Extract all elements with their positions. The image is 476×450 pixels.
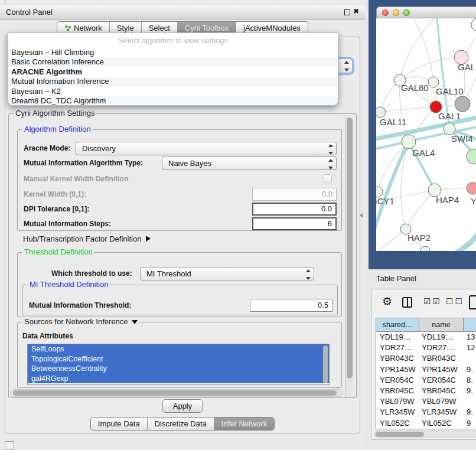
network-window-titlebar[interactable]	[376, 6, 476, 18]
table-horizontal-scrollbar[interactable]	[374, 431, 476, 438]
deselect-all-checks-icon[interactable]: ☐☐	[446, 296, 464, 306]
settings-vertical-scrollbar[interactable]	[345, 115, 353, 397]
document-icon[interactable]	[469, 295, 476, 309]
mi-steps-field[interactable]: 6	[252, 217, 337, 230]
settings-horizontal-scrollbar[interactable]	[10, 389, 343, 397]
table-row[interactable]: YBL079WYBL079W	[376, 396, 476, 407]
table-cell[interactable]: 12	[464, 343, 476, 353]
close-traffic-light-icon[interactable]	[382, 9, 389, 16]
manual-kernel-width-label: Manual Kernel Width Definition	[24, 175, 128, 183]
network-node[interactable]	[467, 182, 476, 194]
mi-algorithm-type-combobox[interactable]: Naive Bayes	[162, 156, 337, 170]
table-cell[interactable]: YPR145W	[419, 364, 464, 375]
split-pane-collapse-icon[interactable]	[360, 213, 363, 218]
node-table: shared… name YDL19…YDL19…13YDR27…YDR27…1…	[376, 318, 476, 429]
tab-discretize-data[interactable]: Discretize Data	[147, 418, 214, 430]
network-node[interactable]	[402, 135, 416, 149]
settings-vertical-scrollbar-thumb[interactable]	[347, 118, 353, 379]
table-cell[interactable]	[464, 353, 476, 364]
dpi-tolerance-field[interactable]: 0.0	[252, 203, 337, 216]
table-cell[interactable]: YLR345W	[419, 407, 464, 418]
column-header-partial[interactable]	[464, 318, 476, 331]
select-all-checks-icon[interactable]: ☑☑	[423, 296, 442, 306]
zoom-traffic-light-icon[interactable]	[403, 9, 410, 16]
table-row[interactable]: YPR145WYPR145W9.	[376, 364, 476, 375]
attribute-item[interactable]: gal4RGexp	[28, 374, 329, 384]
table-horizontal-scrollbar-thumb[interactable]	[376, 432, 424, 437]
table-row[interactable]: YIL052CYIL052C9	[376, 418, 476, 429]
table-row[interactable]: YBR043CYBR043C	[376, 353, 476, 364]
network-edge[interactable]	[380, 107, 436, 112]
manual-kernel-width-checkbox[interactable]	[324, 174, 332, 182]
network-node[interactable]	[420, 246, 430, 251]
table-panel-title: Table Panel	[376, 274, 416, 283]
table-cell[interactable]: YBR043C	[419, 353, 464, 364]
column-header-name[interactable]: name	[419, 318, 464, 331]
attribute-item[interactable]: BetweennessCentrality	[28, 364, 329, 374]
table-cell[interactable]: YLR345W	[376, 407, 419, 418]
table-cell[interactable]	[464, 396, 476, 407]
columns-icon[interactable]	[402, 297, 412, 308]
table-row[interactable]: YDR27…YDR27…12	[376, 343, 476, 353]
aracne-mode-combobox[interactable]: Discovery	[76, 142, 337, 155]
mi-threshold-field[interactable]: 0.5	[250, 299, 332, 312]
kernel-width-field[interactable]: 0.0	[252, 188, 337, 201]
table-cell[interactable]: YDL19…	[419, 332, 464, 343]
corner-widget-icon[interactable]	[5, 441, 14, 450]
table-cell[interactable]: 9	[464, 418, 476, 429]
table-row[interactable]: YDL19…YDL19…13	[376, 332, 476, 343]
network-node[interactable]	[376, 107, 386, 118]
network-canvas[interactable]: GALGAL80GAL10GAL1GAL11GAL4SWI4GCY1HAP4YH…	[376, 18, 476, 251]
minimize-traffic-light-icon[interactable]	[393, 9, 399, 16]
network-edge[interactable]	[455, 234, 476, 251]
dropdown-item[interactable]: Bayesian – K2	[8, 87, 338, 96]
table-cell[interactable]: 9.	[464, 407, 476, 418]
table-cell[interactable]: YDL19…	[376, 332, 419, 343]
table-row[interactable]: YLR345WYLR345W9.	[376, 407, 476, 418]
dropdown-item[interactable]: Dream8 DC_TDC Algorithm	[8, 96, 338, 106]
column-header-shared-name[interactable]: shared…	[376, 318, 419, 331]
table-cell[interactable]: 8.	[464, 375, 476, 386]
apply-button[interactable]: Apply	[162, 399, 203, 413]
tab-impute-data[interactable]: Impute Data	[91, 418, 147, 430]
which-threshold-combobox[interactable]: MI Threshold	[140, 267, 314, 281]
table-cell[interactable]: 13	[464, 332, 476, 343]
network-edge[interactable]	[406, 190, 435, 229]
table-cell[interactable]: YPR145W	[376, 364, 419, 375]
hub-definition-expander[interactable]: Hub/Transcription Factor Definition	[23, 234, 151, 243]
table-cell[interactable]: YIL052C	[419, 418, 464, 429]
table-cell[interactable]: YIL052C	[376, 418, 419, 429]
table-row[interactable]: YBR045CYBR045C9.	[376, 386, 476, 396]
float-window-icon[interactable]	[344, 9, 350, 15]
network-edge[interactable]	[413, 18, 433, 82]
settings-horizontal-scrollbar-thumb[interactable]	[13, 390, 337, 396]
attribute-item[interactable]: TopologicalCoefficient	[28, 354, 329, 364]
network-node[interactable]	[455, 96, 470, 112]
sources-group-title[interactable]: Sources for Network Inference	[22, 318, 139, 326]
table-cell[interactable]: 9.	[464, 386, 476, 396]
network-node[interactable]	[467, 149, 476, 164]
table-cell[interactable]: YDR27…	[376, 343, 419, 353]
network-node[interactable]	[444, 123, 455, 135]
network-node[interactable]	[471, 18, 476, 31]
dropdown-item[interactable]: Bayesian – Hill Climbing	[8, 48, 338, 57]
network-edge[interactable]	[400, 18, 435, 80]
dropdown-item[interactable]: Basic Correlation Inference	[8, 57, 338, 67]
gear-icon[interactable]: ⚙	[382, 295, 392, 308]
table-cell[interactable]: YDR27…	[419, 343, 464, 353]
tab-infer-network[interactable]: Infer Network	[214, 418, 274, 430]
table-cell[interactable]: YBR045C	[419, 386, 464, 396]
table-cell[interactable]: YER054C	[376, 375, 419, 386]
attributes-scrollbar-thumb[interactable]	[323, 345, 328, 383]
table-cell[interactable]: YBR043C	[376, 353, 419, 364]
dropdown-item[interactable]: Mutual Information Inference	[8, 77, 338, 86]
table-cell[interactable]: 9.	[464, 364, 476, 375]
table-cell[interactable]: YBL079W	[376, 396, 419, 407]
dropdown-item-aracne[interactable]: ARACNE Algorithm	[8, 67, 338, 77]
close-icon[interactable]: ✖	[353, 7, 359, 15]
table-cell[interactable]: YBL079W	[419, 396, 464, 407]
table-cell[interactable]: YBR045C	[376, 386, 419, 396]
attribute-item[interactable]: SelfLoops	[28, 344, 329, 354]
table-cell[interactable]: YER054C	[419, 375, 464, 386]
table-row[interactable]: YER054CYER054C8.	[376, 375, 476, 386]
